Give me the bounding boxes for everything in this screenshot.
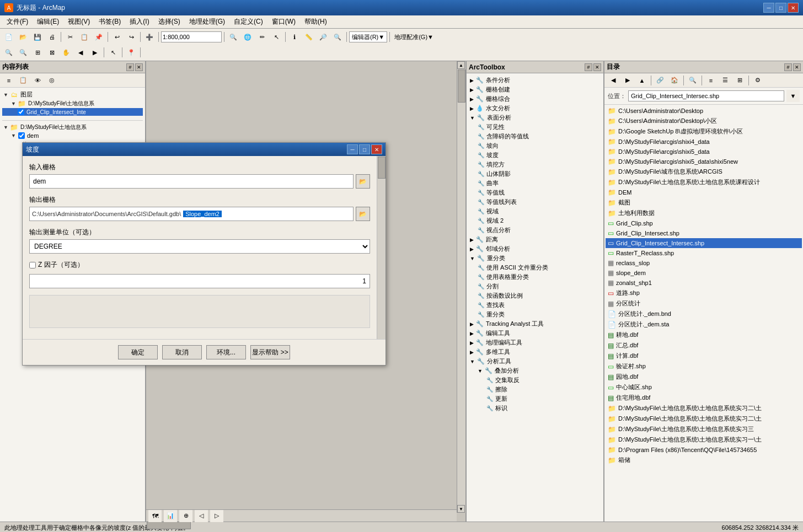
dialog-scrollbar[interactable] [377, 156, 386, 339]
toc-path2[interactable]: ▼ 📁 D:\MyStudyFile\土地信息系 [2, 123, 143, 132]
dir-forward-btn[interactable]: ▶ [621, 74, 634, 87]
atb-close-btn[interactable]: ✕ [593, 63, 601, 71]
dir-item[interactable]: 📁D:\MyStudyFile\土地信息系统\土地信息系统实习二\土 [606, 403, 802, 413]
dir-item[interactable]: 📁D:\MyStudyFile\土地信息系统\土地信息系统课程设计 [606, 177, 802, 187]
dir-item[interactable]: ▭道路.shp [606, 288, 802, 298]
toc-path1[interactable]: ▼ 📁 D:\MyStudyFile\土地信息系 [2, 99, 143, 108]
toolbox-update[interactable]: 🔧 更新 [469, 394, 601, 404]
location-go-btn[interactable]: ▼ [786, 90, 800, 102]
toolbox-editing[interactable]: ▶ 🔧 编辑工具 [469, 329, 601, 338]
dir-item[interactable]: ▤计算.dbf [606, 351, 802, 361]
toc-visible-btn[interactable]: 👁 [31, 74, 44, 87]
undo-btn[interactable]: ↩ [110, 31, 124, 43]
dir-item[interactable]: 📁D:\MyStudyFile\土地信息系统\土地信息系统实习一\土 [606, 434, 802, 445]
toolbox-aspect[interactable]: 🔧 坡向 [469, 141, 601, 151]
save-btn[interactable]: 💾 [31, 31, 44, 43]
atb-dock-btn[interactable]: # [585, 63, 592, 71]
toc-list-btn[interactable]: ≡ [2, 74, 15, 87]
dir-item[interactable]: 📁D:\MyStudyFile\arcgis\shixi5_data [606, 147, 802, 157]
redo-btn[interactable]: ↪ [125, 31, 138, 43]
dir-item[interactable]: ▭中心城区.shp [606, 382, 802, 393]
scroll-up-btn[interactable]: ▲ [457, 61, 465, 69]
find-btn[interactable]: 🔎 [317, 31, 330, 43]
toolbox-distance[interactable]: ▶ 🔧 距离 [469, 235, 601, 244]
zoom-out-btn[interactable]: 🔍 [17, 46, 30, 58]
toolbox-slope[interactable]: 🔧 坡度 [469, 151, 601, 160]
menu-view[interactable]: 视图(V) [63, 16, 94, 28]
dir-item[interactable]: 📁D:\MyStudyFile\城市信息系统\ARCGIS [606, 166, 802, 177]
slope-dialog-close[interactable]: ✕ [371, 144, 382, 154]
zoom-full-btn[interactable]: ⊠ [45, 46, 58, 58]
minimize-button[interactable]: ─ [763, 3, 774, 13]
ok-button[interactable]: 确定 [118, 345, 158, 359]
magnifier-btn[interactable]: 🔍 [227, 31, 240, 43]
toc-dock-btn[interactable]: # [126, 63, 134, 71]
menu-customize[interactable]: 自定义(C) [229, 16, 267, 28]
dir-options-btn[interactable]: ⚙ [751, 74, 764, 87]
dir-item[interactable]: 📄分区统计._dem.bnd [606, 309, 802, 319]
dir-item[interactable]: 📁土地利用数据 [606, 208, 802, 218]
help-button[interactable]: 显示帮助 >> [250, 345, 290, 359]
paste-btn[interactable]: 📌 [92, 31, 105, 43]
dir-item[interactable]: ▦slope_dem [606, 268, 802, 278]
toolbox-overlay[interactable]: ▼ 🔧 叠加分析 [469, 366, 601, 375]
output-raster-browse-btn[interactable]: 📂 [356, 207, 370, 221]
zoom-layer-btn[interactable]: ⊞ [31, 46, 44, 58]
toc-layers-root[interactable]: ▼ 🗂 图层 [2, 90, 143, 99]
toolbox-contour[interactable]: 🔧 等值线 [469, 188, 601, 197]
cut-btn[interactable]: ✂ [63, 31, 77, 43]
toc-source-btn[interactable]: 📋 [17, 74, 30, 87]
add-data-btn[interactable]: ➕ [143, 31, 156, 43]
dir-item[interactable]: ▤汇总.dbf [606, 340, 802, 351]
zoom-in-btn[interactable]: 🔍 [2, 46, 15, 58]
dir-item[interactable]: ▭验证村.shp [606, 361, 802, 372]
print-btn[interactable]: 🖨 [45, 31, 58, 43]
menu-edit[interactable]: 编辑(E) [33, 16, 63, 28]
toolbox-viewshed[interactable]: 🔧 视域 [469, 207, 601, 216]
location-input[interactable] [628, 90, 784, 101]
dir-home-btn[interactable]: 🏠 [668, 74, 681, 87]
menu-select[interactable]: 选择(S) [154, 16, 185, 28]
scroll-thumb-v[interactable] [458, 69, 465, 103]
dir-item[interactable]: 📁D:\Google SketchUp 8\虚拟地理环境软件\小区 [606, 126, 802, 137]
cancel-button[interactable]: 取消 [162, 345, 202, 359]
menu-help[interactable]: 帮助(H) [300, 16, 331, 28]
z-factor-checkbox[interactable] [29, 262, 36, 268]
map-scrollbar-vertical[interactable]: ▲ ▼ [457, 61, 465, 513]
dir-item[interactable]: ▤住宅用地.dbf [606, 393, 802, 403]
info-btn[interactable]: ℹ [288, 31, 301, 43]
toc-dem[interactable]: ▼ dem [2, 132, 143, 139]
scroll-thumb-h[interactable] [147, 522, 191, 529]
new-btn[interactable]: 📄 [2, 31, 15, 43]
dir-item[interactable]: ▦reclass_slop [606, 258, 802, 268]
fw-btn[interactable]: ▷ [210, 510, 223, 522]
toolbox-observer[interactable]: 🔧 视点分析 [469, 225, 601, 235]
slope-dialog-maximize[interactable]: □ [359, 144, 370, 154]
toolbox-neighborhood[interactable]: ▶ 🔧 邻域分析 [469, 244, 601, 254]
scroll-down-btn[interactable]: ▼ [457, 505, 465, 513]
layout-view-btn[interactable]: 🗺 [148, 510, 162, 522]
toolbox-curvature[interactable]: 🔧 曲率 [469, 179, 601, 188]
toolbox-analysis[interactable]: ▼ 🔧 分析工具 [469, 357, 601, 366]
georef-dropdown[interactable]: 地理配准(G)▼ [392, 31, 436, 42]
editor-dropdown[interactable]: 编辑器(R)▼ [349, 31, 387, 42]
dir-item[interactable]: ▭Grid_Clip.shp [606, 218, 802, 228]
toolbox-erase[interactable]: 🔧 擦除 [469, 385, 601, 394]
toolbox-conditional[interactable]: ▶ 🔧 条件分析 [469, 76, 601, 85]
toolbox-reclass-table[interactable]: 🔧 使用表格重分类 [469, 272, 601, 282]
scale-input[interactable]: 1:800,000 [161, 31, 222, 42]
measure-btn[interactable]: 📏 [302, 31, 315, 43]
toolbox-contour-list[interactable]: 🔧 等值线列表 [469, 197, 601, 207]
toolbox-raster-create[interactable]: ▶ 🔧 栅格创建 [469, 85, 601, 94]
gps-btn[interactable]: 📍 [125, 46, 138, 58]
maximize-button[interactable]: □ [775, 3, 786, 13]
toolbox-slice[interactable]: 🔧 分割 [469, 282, 601, 291]
layer1-checkbox[interactable] [18, 109, 24, 115]
dir-item[interactable]: ▤耕地.dbf [606, 330, 802, 340]
slope-dialog-minimize[interactable]: ─ [347, 144, 358, 154]
toc-layer1[interactable]: Grid_Clip_Intersect_Inte [2, 108, 143, 116]
input-raster-input[interactable] [29, 174, 354, 189]
menu-insert[interactable]: 插入(I) [125, 16, 153, 28]
dir-dock-btn[interactable]: # [784, 63, 792, 71]
toc-close-btn[interactable]: ✕ [135, 63, 143, 71]
